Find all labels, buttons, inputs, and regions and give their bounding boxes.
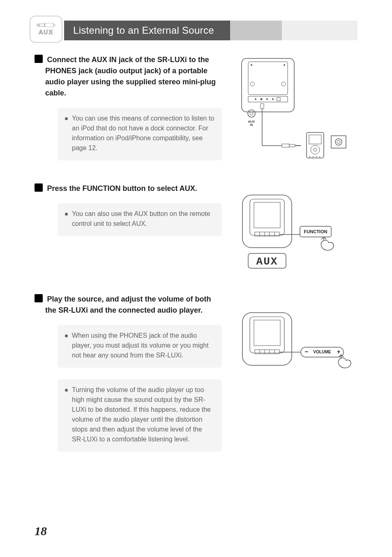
bullet-icon [65, 213, 68, 216]
volume-plus-label: + [337, 348, 340, 355]
volume-button-label: VOLUME [314, 350, 331, 354]
display-aux-text: AUX [256, 255, 278, 268]
function-button-label: FUNCTION [304, 229, 327, 234]
step-3-note-b-text: Turning the volume of the audio player u… [72, 385, 214, 444]
bullet-icon [65, 334, 68, 337]
header-decor-mid [230, 21, 282, 40]
page-header: AUX Listening to an External Source [0, 19, 392, 42]
svg-rect-15 [277, 97, 280, 101]
step-1: 1 Connect the AUX IN jack of the SR-LUXi… [35, 54, 224, 160]
step-2-heading: Press the FUNCTION button to select AUX. [47, 184, 197, 193]
svg-rect-47 [250, 317, 284, 353]
step-2-note-text: You can also use the AUX button on the r… [72, 209, 214, 229]
svg-point-13 [266, 98, 268, 100]
step-number-1: 1 [35, 55, 43, 63]
page-number: 18 [35, 524, 47, 538]
svg-rect-32 [331, 136, 346, 148]
bullet-icon [65, 117, 68, 120]
svg-point-30 [316, 156, 317, 157]
svg-point-29 [313, 156, 314, 157]
header-decor-light [282, 21, 357, 40]
svg-point-28 [309, 156, 310, 157]
svg-rect-21 [282, 144, 289, 147]
svg-point-9 [281, 82, 286, 86]
svg-point-8 [250, 82, 254, 86]
svg-text:IN: IN [250, 123, 253, 126]
svg-rect-37 [254, 202, 280, 228]
svg-point-14 [272, 98, 274, 100]
svg-rect-2 [45, 23, 54, 27]
svg-point-7 [284, 64, 285, 66]
step-3-note-b: Turning the volume of the audio player u… [58, 379, 222, 452]
svg-point-27 [314, 148, 317, 151]
svg-point-11 [255, 98, 256, 100]
svg-rect-22 [289, 144, 295, 147]
step-2-note: You can also use the AUX button on the r… [58, 203, 222, 236]
svg-rect-48 [254, 320, 280, 346]
page-title: Listening to an External Source [64, 21, 230, 40]
svg-point-6 [251, 64, 252, 66]
aux-in-jack-label: AUX [248, 120, 256, 123]
figure-2-function-button: FUNCTION AUX [235, 192, 350, 274]
svg-rect-25 [309, 135, 321, 144]
aux-section-icon: AUX [30, 16, 62, 43]
manual-page: AUX Listening to an External Source 1 Co… [0, 0, 392, 557]
svg-point-17 [250, 112, 253, 115]
svg-rect-4 [242, 58, 294, 112]
svg-point-16 [248, 110, 255, 117]
svg-point-34 [337, 140, 340, 144]
step-3-note-a-text: When using the PHONES jack of the audio … [72, 331, 214, 360]
mini-plug-icon [37, 23, 55, 27]
svg-point-33 [335, 139, 342, 145]
svg-rect-20 [261, 104, 264, 109]
aux-label: AUX [39, 29, 53, 35]
svg-point-12 [261, 98, 263, 100]
figure-1-aux-connection: AUX IN [236, 56, 355, 163]
step-1-heading: Connect the AUX IN jack of the SR-LUXi t… [45, 56, 216, 97]
svg-point-31 [319, 156, 320, 157]
svg-rect-0 [37, 24, 39, 26]
figure-3-volume: – VOLUME + [235, 309, 354, 375]
step-1-note-text: You can use this means of connection to … [72, 114, 214, 153]
volume-minus-label: – [305, 348, 309, 355]
step-number-2: 2 [35, 183, 43, 192]
hand-press-icon [321, 237, 334, 250]
svg-rect-1 [39, 24, 45, 26]
bullet-icon [65, 389, 68, 392]
svg-rect-36 [250, 199, 284, 235]
step-3-heading: Play the source, and adjust the volume o… [45, 295, 211, 314]
step-number-3: 3 [35, 294, 43, 302]
svg-point-26 [311, 145, 320, 154]
svg-rect-5 [248, 62, 288, 95]
step-3: 3 Play the source, and adjust the volume… [35, 294, 224, 452]
step-2: 2 Press the FUNCTION button to select AU… [35, 183, 224, 236]
step-3-note-a: When using the PHONES jack of the audio … [58, 325, 222, 368]
step-1-note: You can use this means of connection to … [58, 108, 222, 160]
